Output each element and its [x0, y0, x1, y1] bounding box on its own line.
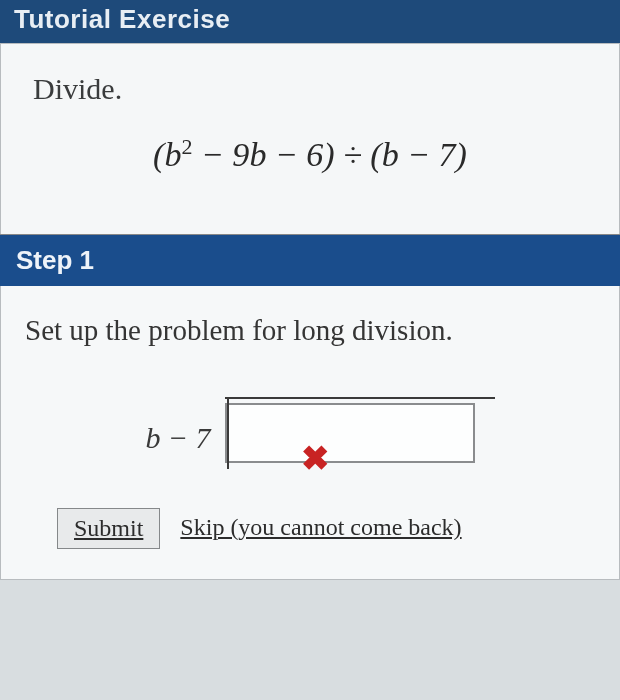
error-icon: ✖ — [301, 438, 329, 478]
submit-button[interactable]: Submit — [57, 508, 160, 549]
long-division-setup: b − 7 ✖ — [25, 383, 595, 463]
tutorial-header: Tutorial Exercise — [0, 0, 620, 43]
problem-instruction: Divide. — [33, 72, 587, 106]
dividend-input[interactable] — [225, 403, 475, 463]
step-text: Set up the problem for long division. — [25, 314, 595, 347]
step-header: Step 1 — [0, 234, 620, 286]
step-section: Set up the problem for long division. b … — [0, 286, 620, 580]
action-row: Submit Skip (you cannot come back) — [25, 508, 595, 549]
step-label: Step 1 — [16, 245, 94, 275]
division-bracket — [225, 383, 475, 463]
problem-section: Divide. (b2 − 9b − 6) ÷ (b − 7) — [0, 43, 620, 234]
skip-link[interactable]: Skip (you cannot come back) — [172, 508, 469, 549]
header-title: Tutorial Exercise — [14, 4, 230, 34]
problem-expression: (b2 − 9b − 6) ÷ (b − 7) — [33, 134, 587, 174]
